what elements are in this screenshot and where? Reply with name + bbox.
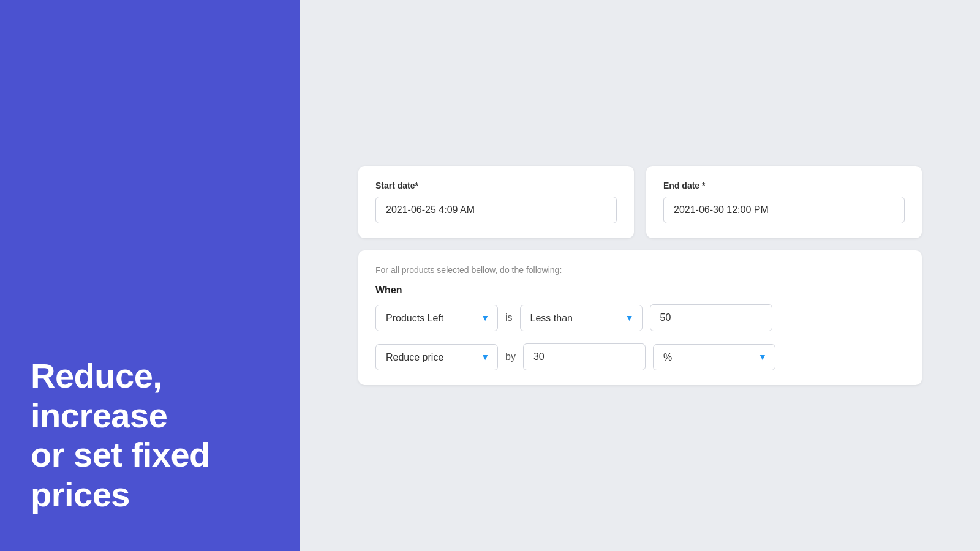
by-connector: by — [505, 351, 516, 362]
condition-row: Products Left ▼ is Less than ▼ — [375, 304, 905, 331]
condition-value-input[interactable] — [650, 304, 772, 331]
operator-dropdown[interactable]: Less than — [520, 305, 643, 331]
start-date-label: Start date* — [375, 181, 617, 190]
unit-dropdown-wrapper: % ▼ — [653, 344, 775, 370]
action-dropdown-wrapper: Reduce price ▼ — [375, 344, 498, 370]
when-label: When — [375, 285, 905, 296]
action-value-input[interactable] — [523, 343, 646, 370]
headline: Reduce, increase or set fixed prices — [31, 356, 210, 514]
field-dropdown[interactable]: Products Left — [375, 305, 498, 331]
is-connector: is — [505, 312, 513, 323]
action-row: Reduce price ▼ by % ▼ — [375, 343, 905, 370]
when-card: For all products selected bellow, do the… — [358, 250, 922, 385]
start-date-card: Start date* — [358, 166, 634, 238]
action-dropdown[interactable]: Reduce price — [375, 344, 498, 370]
operator-dropdown-wrapper: Less than ▼ — [520, 305, 643, 331]
left-panel: Reduce, increase or set fixed prices — [0, 0, 300, 551]
field-dropdown-wrapper: Products Left ▼ — [375, 305, 498, 331]
when-instruction: For all products selected bellow, do the… — [375, 265, 905, 275]
end-date-card: End date * — [646, 166, 922, 238]
right-panel: Start date* End date * For all products … — [300, 0, 980, 551]
cards-container: Start date* End date * For all products … — [358, 166, 922, 385]
date-cards-row: Start date* End date * — [358, 166, 922, 238]
end-date-input[interactable] — [663, 197, 905, 223]
end-date-label: End date * — [663, 181, 905, 190]
start-date-input[interactable] — [375, 197, 617, 223]
unit-dropdown[interactable]: % — [653, 344, 775, 370]
